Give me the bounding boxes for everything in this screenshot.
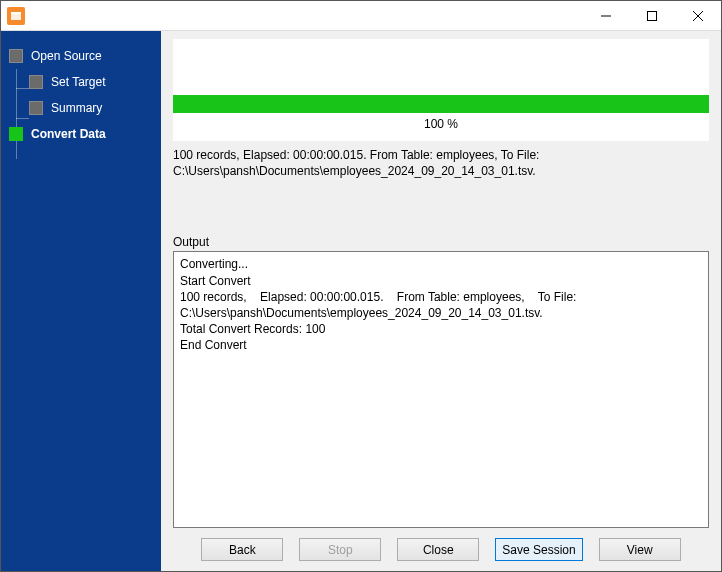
wizard-sidebar: Open Source Set Target Summary Convert D… <box>1 31 161 571</box>
stop-button: Stop <box>299 538 381 561</box>
sidebar-item-label: Summary <box>51 101 102 115</box>
step-icon <box>9 49 23 63</box>
close-window-button[interactable] <box>675 1 721 31</box>
sidebar-item-label: Convert Data <box>31 127 106 141</box>
svg-rect-1 <box>11 12 21 14</box>
sidebar-item-summary[interactable]: Summary <box>1 95 161 121</box>
minimize-button[interactable] <box>583 1 629 31</box>
step-icon <box>29 75 43 89</box>
sidebar-item-label: Open Source <box>31 49 102 63</box>
step-icon <box>9 127 23 141</box>
summary-line: 100 records, Elapsed: 00:00:00.015. From… <box>173 148 539 162</box>
view-button[interactable]: View <box>599 538 681 561</box>
progress-area: 100 % <box>173 39 709 141</box>
app-icon <box>7 7 25 25</box>
step-icon <box>29 101 43 115</box>
main-panel: 100 % 100 records, Elapsed: 00:00:00.015… <box>161 31 721 571</box>
sidebar-item-convert-data[interactable]: Convert Data <box>1 121 161 147</box>
sidebar-item-set-target[interactable]: Set Target <box>1 69 161 95</box>
maximize-button[interactable] <box>629 1 675 31</box>
summary-line: C:\Users\pansh\Documents\employees_2024_… <box>173 164 536 178</box>
save-session-button[interactable]: Save Session <box>495 538 582 561</box>
progress-percent-label: 100 % <box>173 113 709 133</box>
button-row: Back Stop Close Save Session View <box>173 528 709 561</box>
close-button[interactable]: Close <box>397 538 479 561</box>
back-button[interactable]: Back <box>201 538 283 561</box>
svg-rect-3 <box>648 11 657 20</box>
app-window: Open Source Set Target Summary Convert D… <box>0 0 722 572</box>
output-log[interactable]: Converting... Start Convert 100 records,… <box>173 251 709 528</box>
sidebar-item-open-source[interactable]: Open Source <box>1 43 161 69</box>
titlebar <box>1 1 721 31</box>
output-label: Output <box>173 235 709 249</box>
progress-bar <box>173 95 709 113</box>
sidebar-item-label: Set Target <box>51 75 105 89</box>
conversion-summary: 100 records, Elapsed: 00:00:00.015. From… <box>173 147 709 179</box>
